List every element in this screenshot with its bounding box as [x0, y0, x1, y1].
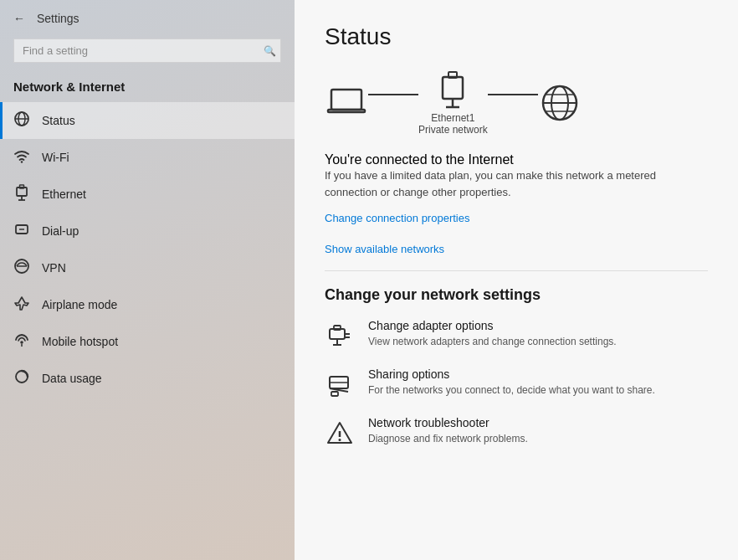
- sidebar-item-airplane[interactable]: Airplane mode: [0, 286, 295, 323]
- divider: [325, 270, 708, 271]
- svg-rect-16: [328, 110, 365, 112]
- sidebar-item-vpn[interactable]: VPN: [0, 249, 295, 286]
- settings-item-title-adapter: Change adapter options: [368, 319, 617, 332]
- settings-item-troubleshooter[interactable]: Network troubleshooter Diagnose and fix …: [325, 416, 708, 448]
- app-title: Settings: [37, 12, 79, 25]
- svg-rect-17: [443, 77, 463, 99]
- search-icon: 🔍: [264, 45, 276, 57]
- search-box: 🔍: [13, 39, 281, 63]
- show-networks-btn[interactable]: Show available networks: [325, 243, 444, 255]
- sidebar-header: ← Settings: [0, 0, 295, 33]
- svg-rect-5: [20, 185, 24, 188]
- settings-item-desc-sharing: For the networks you connect to, decide …: [368, 383, 655, 398]
- globe-icon: [538, 81, 582, 125]
- ethernet-label: Ethernet1 Private network: [418, 112, 488, 136]
- sharing-icon: [325, 369, 355, 399]
- settings-item-title-sharing: Sharing options: [368, 367, 655, 381]
- hotspot-icon: [13, 331, 30, 352]
- sidebar-item-label: Dial-up: [42, 224, 79, 238]
- svg-rect-35: [331, 392, 338, 396]
- sidebar-item-hotspot[interactable]: Mobile hotspot: [0, 323, 295, 360]
- vpn-icon: [13, 258, 30, 278]
- sidebar-item-datausage[interactable]: Data usage: [0, 360, 295, 397]
- network-line-2: [488, 94, 538, 95]
- sidebar-item-status[interactable]: Status: [0, 102, 295, 139]
- settings-item-desc-adapter: View network adapters and change connect…: [368, 335, 617, 349]
- svg-point-12: [20, 341, 23, 344]
- sidebar-section-label: Network & Internet: [0, 74, 295, 102]
- datausage-icon: [13, 368, 30, 388]
- change-settings-heading: Change your network settings: [325, 286, 708, 304]
- airplane-icon: [13, 295, 30, 315]
- sidebar-item-label: Status: [42, 114, 75, 127]
- page-title: Status: [325, 23, 708, 50]
- network-diagram: Ethernet1 Private network: [325, 70, 708, 136]
- sidebar-item-wifi[interactable]: Wi-Fi: [0, 139, 295, 176]
- nav-list: Status Wi-Fi Ethernet Dial-up VPN Airpla…: [0, 102, 295, 397]
- laptop-icon: [325, 86, 368, 120]
- search-input[interactable]: [13, 39, 281, 63]
- sidebar-item-label: Airplane mode: [42, 298, 117, 311]
- ethernet-icon: [438, 70, 468, 109]
- network-line-1: [368, 94, 418, 95]
- sidebar-item-label: Ethernet: [42, 188, 86, 201]
- troubleshooter-icon: [325, 418, 355, 448]
- back-button[interactable]: ←: [12, 10, 27, 27]
- sidebar-item-label: Data usage: [42, 372, 102, 385]
- connected-desc: If you have a limited data plan, you can…: [325, 167, 676, 200]
- sidebar: ← Settings 🔍 Network & Internet Status W…: [0, 0, 295, 560]
- adapter-icon: [325, 321, 355, 351]
- sidebar-item-label: Wi-Fi: [42, 151, 69, 164]
- svg-point-3: [21, 161, 23, 162]
- laptop-device: [325, 86, 368, 120]
- settings-items-list: Change adapter options View network adap…: [325, 319, 708, 448]
- sidebar-item-dialup[interactable]: Dial-up: [0, 213, 295, 249]
- settings-item-desc-troubleshooter: Diagnose and fix network problems.: [368, 432, 528, 446]
- ethernet-icon: [13, 184, 30, 204]
- settings-item-adapter[interactable]: Change adapter options View network adap…: [325, 319, 708, 351]
- sidebar-item-label: Mobile hotspot: [42, 335, 118, 348]
- main-content: Status Ethernet1 Private network: [295, 0, 738, 560]
- settings-item-sharing[interactable]: Sharing options For the networks you con…: [325, 367, 708, 399]
- sidebar-item-ethernet[interactable]: Ethernet: [0, 176, 295, 213]
- internet-device: [538, 81, 582, 125]
- globe_simple-icon: [13, 110, 30, 131]
- sidebar-item-label: VPN: [42, 261, 66, 275]
- settings-item-title-troubleshooter: Network troubleshooter: [368, 416, 528, 429]
- change-connection-btn[interactable]: Change connection properties: [325, 212, 469, 224]
- ethernet-device: Ethernet1 Private network: [418, 70, 488, 136]
- svg-rect-27: [334, 326, 341, 330]
- connected-title: You're connected to the Internet: [325, 152, 708, 167]
- wifi-icon: [13, 147, 30, 167]
- svg-rect-15: [331, 90, 361, 110]
- svg-point-38: [339, 439, 341, 441]
- dialup-icon: [13, 221, 30, 241]
